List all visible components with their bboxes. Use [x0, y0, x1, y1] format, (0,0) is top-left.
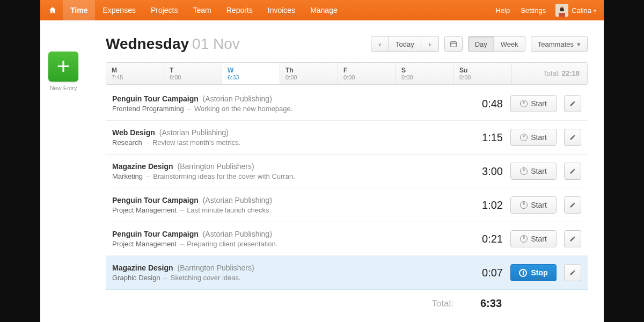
pencil-icon	[569, 202, 576, 208]
weekday-hours: 0:00	[343, 74, 390, 80]
teammates-label: Teammates	[538, 40, 574, 48]
teammates-dropdown[interactable]: Teammates ▾	[531, 36, 588, 52]
pencil-icon	[569, 269, 576, 276]
day-total-label: Total:	[431, 298, 453, 309]
day-total-value: 6:33	[480, 297, 502, 310]
chevron-down-icon: ▾	[594, 8, 596, 13]
time-entry-row: Magazine Design (Barrington Publishers)M…	[106, 155, 588, 188]
weekday-hours: 0:00	[286, 74, 332, 80]
nav-item-team[interactable]: Team	[186, 0, 219, 20]
weekday-cell[interactable]: F0:00	[338, 63, 396, 84]
time-entry-row: Penguin Tour Campaign (Astorian Publishi…	[106, 222, 588, 256]
clock-icon	[520, 167, 528, 175]
edit-entry-button[interactable]	[564, 129, 581, 146]
user-menu[interactable]: Calina ▾	[551, 4, 596, 17]
weekday-hours: 8:00	[170, 74, 216, 80]
weekday-abbr: S	[401, 67, 448, 74]
time-entry-row: Magazine Design (Barrington Publishers)G…	[106, 256, 588, 290]
entry-notes: Sketching cover ideas.	[171, 274, 241, 282]
entry-duration: 0:48	[467, 98, 503, 110]
time-entry-row: Penguin Tour Campaign (Astorian Publishi…	[106, 188, 588, 222]
weekday-abbr: Su	[459, 67, 506, 74]
svg-rect-3	[450, 42, 456, 47]
today-button[interactable]: Today	[389, 36, 421, 52]
weekday-hours: 6:33	[228, 74, 274, 80]
entry-client: (Barrington Publishers)	[177, 264, 254, 272]
edit-entry-button[interactable]	[564, 196, 581, 214]
user-name: Calina	[572, 6, 591, 14]
view-toggle-group: Day Week	[468, 36, 525, 52]
pencil-icon	[569, 100, 576, 107]
week-summary-bar: M7:45T8:00W6:33Th0:00F0:00S0:00Su0:00Tot…	[106, 62, 588, 85]
edit-entry-button[interactable]	[564, 163, 581, 180]
next-day-button[interactable]: ›	[421, 36, 439, 52]
calendar-button[interactable]	[444, 36, 463, 52]
entry-project: Web Design	[112, 128, 155, 137]
nav-item-reports[interactable]: Reports	[219, 0, 260, 20]
nav-item-time[interactable]: Time	[63, 0, 95, 20]
start-timer-button[interactable]: Start	[510, 95, 557, 112]
entry-notes: Review last month's metrics.	[152, 138, 240, 147]
weekday-abbr: M	[112, 67, 158, 74]
date-nav-group: ‹ Today ›	[371, 36, 439, 52]
entry-duration: 1:02	[467, 199, 503, 211]
weekday-cell[interactable]: S0:00	[396, 63, 454, 84]
start-timer-button[interactable]: Start	[510, 230, 557, 247]
edit-entry-button[interactable]	[564, 95, 581, 112]
week-total-label: Total:	[543, 69, 562, 77]
entry-task: Frontend Programming	[112, 105, 184, 113]
start-timer-button[interactable]: Start	[510, 129, 557, 146]
stop-timer-button[interactable]: Stop	[510, 264, 557, 281]
entry-task: Project Management	[112, 240, 177, 248]
start-timer-button[interactable]: Start	[510, 163, 557, 180]
date-heading: Wednesday01 Nov	[106, 35, 240, 53]
prev-day-button[interactable]: ‹	[371, 36, 389, 52]
nav-item-manage[interactable]: Manage	[303, 0, 345, 20]
weekday-cell[interactable]: T8:00	[164, 63, 222, 84]
entry-notes: Brainstorming ideas for the cover with C…	[153, 172, 295, 180]
date-rest: 01 Nov	[192, 35, 240, 52]
time-entry-row: Penguin Tour Campaign (Astorian Publishi…	[106, 87, 588, 121]
weekday-cell[interactable]: Su0:00	[454, 63, 512, 84]
weekday-cell[interactable]: Th0:00	[280, 63, 338, 84]
start-label: Start	[531, 235, 547, 243]
week-total-cell: Total: 22:18	[512, 63, 587, 84]
entry-client: (Astorian Publishing)	[203, 94, 272, 103]
entry-duration: 0:21	[467, 233, 503, 245]
entry-project: Magazine Design	[112, 162, 173, 171]
week-total-value: 22:18	[562, 69, 580, 77]
entry-notes: Working on the new homepage.	[194, 105, 292, 113]
date-weekday: Wednesday	[106, 35, 189, 52]
help-link[interactable]: Help	[490, 6, 515, 14]
nav-item-projects[interactable]: Projects	[143, 0, 186, 20]
entry-client: (Barrington Publishers)	[177, 162, 254, 171]
nav-item-expenses[interactable]: Expenses	[95, 0, 143, 20]
weekday-cell[interactable]: M7:45	[106, 63, 164, 84]
start-timer-button[interactable]: Start	[510, 196, 557, 214]
new-entry-button[interactable]: +	[48, 52, 78, 82]
home-icon[interactable]	[48, 5, 57, 15]
weekday-abbr: T	[170, 67, 216, 74]
weekday-hours: 0:00	[459, 74, 506, 80]
avatar	[555, 4, 568, 17]
entry-task: Marketing	[112, 172, 143, 180]
start-label: Start	[531, 133, 547, 142]
entry-notes: Preparing client presentation.	[187, 240, 277, 248]
edit-entry-button[interactable]	[564, 264, 581, 281]
week-view-button[interactable]: Week	[494, 36, 525, 52]
edit-entry-button[interactable]	[564, 230, 581, 247]
start-label: Start	[531, 201, 547, 209]
day-view-button[interactable]: Day	[468, 36, 494, 52]
weekday-abbr: Th	[286, 67, 332, 74]
clock-icon	[520, 201, 528, 209]
weekday-cell[interactable]: W6:33	[222, 63, 280, 84]
entry-task: Project Management	[112, 206, 177, 214]
entry-task: Research	[112, 138, 142, 147]
entry-task: Graphic Design	[112, 274, 160, 282]
nav-item-invoices[interactable]: Invoices	[260, 0, 303, 20]
entry-client: (Astorian Publishing)	[159, 128, 229, 137]
entry-project: Penguin Tour Campaign	[112, 196, 199, 204]
settings-link[interactable]: Settings	[515, 6, 551, 14]
pencil-icon	[569, 168, 576, 174]
clock-icon	[520, 134, 528, 141]
